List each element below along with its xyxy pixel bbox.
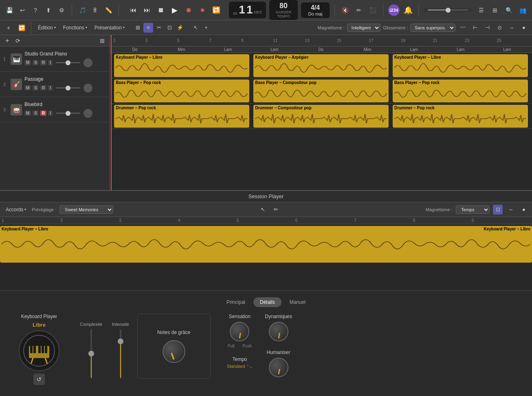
add-loop-btn[interactable]: 🔁: [16, 22, 27, 33]
auto-tool[interactable]: ⚡: [175, 23, 185, 33]
dot-btn[interactable]: ●: [519, 23, 529, 33]
session-block[interactable]: Keyboard Player – Libre Keyboard Player …: [0, 226, 532, 263]
grid-view-btn[interactable]: ⊞: [490, 5, 500, 15]
input-btn-3[interactable]: I: [48, 111, 53, 116]
tab-principal[interactable]: Principal: [220, 297, 252, 307]
input-btn-2[interactable]: I: [48, 85, 53, 91]
block-1-3[interactable]: Keyboard Player – Libre: [393, 54, 528, 77]
link2-btn[interactable]: ↔: [507, 23, 517, 33]
rewind-button[interactable]: ⏮: [127, 4, 139, 16]
intensite-label: Intensité: [112, 322, 129, 327]
complexity-track[interactable]: [90, 329, 92, 378]
session-pen-btn[interactable]: ✏: [271, 205, 281, 215]
session-dot-btn[interactable]: ●: [519, 205, 529, 215]
speed-btn[interactable]: ⊙: [495, 23, 504, 33]
block-2-1[interactable]: Bass Player – Pop rock: [114, 80, 249, 102]
fonctions-label: Fonctions: [63, 25, 84, 31]
record-loop-button[interactable]: ⏺: [196, 4, 209, 16]
humaniser-knob[interactable]: [269, 358, 288, 377]
add-track-header-btn[interactable]: +: [3, 37, 11, 45]
loop-button[interactable]: 🔁: [210, 4, 222, 16]
solo-btn-1[interactable]: S: [33, 60, 39, 65]
stop-button[interactable]: ⏹: [155, 4, 167, 16]
intensity-slider-group: Intensité: [112, 322, 129, 378]
settings-button[interactable]: ⚙: [56, 5, 67, 15]
presentation-menu[interactable]: Présentation ▾: [92, 24, 127, 32]
pen-button[interactable]: ✏️: [103, 5, 114, 15]
mute-btn-1[interactable]: M: [24, 60, 31, 65]
preset-select[interactable]: Sweet Memories: [59, 206, 113, 214]
mixer-button[interactable]: 🎚: [90, 5, 101, 15]
record-btn-1[interactable]: R: [40, 60, 46, 65]
solo-btn-2[interactable]: S: [33, 85, 39, 91]
input-btn-1[interactable]: I: [48, 60, 53, 65]
align-btn[interactable]: ⊣: [482, 23, 492, 33]
glissement-select[interactable]: Sans superpos.: [410, 24, 455, 32]
chord-lam2: Lam: [251, 47, 298, 52]
share-button[interactable]: ⬆: [43, 5, 54, 15]
zoom-tool[interactable]: ⊡: [165, 23, 174, 33]
block-3-1[interactable]: Drummer – Pop rock: [114, 105, 249, 128]
noise-btn[interactable]: 🔇: [340, 5, 350, 15]
block-2-3[interactable]: Bass Player – Pop rock: [393, 80, 528, 102]
magnetisme-select[interactable]: Intelligent: [347, 24, 380, 32]
collab-btn[interactable]: 🔔: [403, 5, 413, 15]
cursor-btn[interactable]: ↖: [191, 23, 200, 33]
help-button[interactable]: ?: [30, 5, 41, 15]
list-tool[interactable]: ≡: [143, 23, 153, 33]
block-3-2[interactable]: Drummer – Compositeur pop: [253, 105, 389, 128]
block-1-2[interactable]: Keyboard Player – Arpégier: [253, 54, 389, 77]
people-btn[interactable]: 👥: [517, 5, 528, 15]
edition-menu[interactable]: Édition ▾: [35, 24, 58, 32]
search-btn[interactable]: 🔍: [503, 5, 514, 15]
fast-forward-button[interactable]: ⏭: [141, 4, 153, 16]
accords-menu[interactable]: Accords ▾: [3, 206, 29, 214]
mute-btn-3[interactable]: M: [24, 111, 31, 116]
record-button[interactable]: ⏺: [182, 4, 195, 16]
link-btn[interactable]: ⬛: [367, 5, 378, 15]
volume-slider-3[interactable]: [56, 113, 80, 114]
dynamiques-knob[interactable]: [269, 322, 288, 341]
session-mag-select[interactable]: Temps: [456, 206, 490, 214]
mute-btn-2[interactable]: M: [24, 85, 31, 91]
session-cursor-btn[interactable]: ↖: [258, 205, 268, 215]
refresh-player-btn[interactable]: ↺: [33, 374, 45, 385]
playhead: [111, 35, 112, 190]
session-link-btn[interactable]: ↔: [506, 205, 516, 215]
session-loop-btn[interactable]: ⊡: [493, 205, 503, 215]
pan-knob-2[interactable]: [84, 84, 92, 93]
block-2-2[interactable]: Bass Player – Compositeur pop: [253, 80, 389, 102]
volume-slider-2[interactable]: [56, 87, 80, 88]
play-button[interactable]: ▶: [169, 4, 181, 16]
grid-tool[interactable]: ⊞: [133, 23, 143, 33]
pan-knob-1[interactable]: [84, 58, 92, 67]
trim-btn[interactable]: ⊢: [470, 23, 480, 33]
expand-header-btn[interactable]: ⊞: [98, 37, 106, 45]
intensity-track[interactable]: [120, 329, 121, 378]
sensation-knob[interactable]: [230, 322, 249, 341]
record-btn-3[interactable]: R: [40, 111, 46, 116]
notes-grace-knob[interactable]: [163, 340, 185, 363]
save-button[interactable]: 💾: [4, 5, 15, 15]
undo-button[interactable]: ↩: [17, 5, 28, 15]
waveform-btn[interactable]: 〰: [458, 23, 468, 33]
volume-slider-1[interactable]: [56, 62, 80, 63]
block-3-3[interactable]: Drummer – Pop rock: [393, 105, 528, 128]
ruler-mark-13: 13: [305, 38, 337, 43]
fonctions-menu[interactable]: Fonctions ▾: [61, 24, 90, 32]
list-view-btn[interactable]: ☰: [476, 5, 486, 15]
tab-details[interactable]: Détails: [253, 297, 281, 307]
metronome-button[interactable]: 🎵: [77, 5, 88, 15]
pan-knob-3[interactable]: [84, 109, 92, 118]
block-1-1[interactable]: Keyboard Player – Libre: [114, 54, 249, 77]
tuner-btn[interactable]: ✏: [354, 5, 364, 15]
track-name-2: Passage: [24, 76, 106, 82]
scissors-tool[interactable]: ✂: [154, 23, 164, 33]
plus-btn[interactable]: +: [201, 23, 211, 33]
solo-btn-3[interactable]: S: [33, 111, 39, 116]
right-controls: Sensation Pull Push Tempo Standard ⌃⌄: [219, 314, 525, 377]
loop-header-btn[interactable]: ⟳: [14, 37, 22, 45]
record-btn-2[interactable]: R: [40, 85, 46, 91]
add-track-btn[interactable]: +: [3, 22, 14, 33]
tab-manuel[interactable]: Manuel: [283, 297, 312, 307]
